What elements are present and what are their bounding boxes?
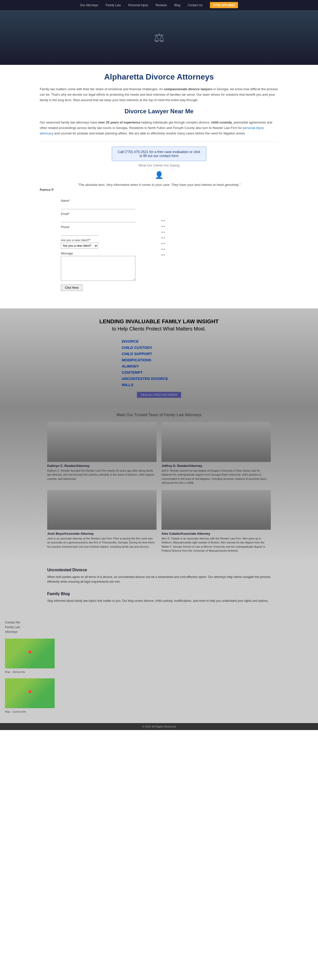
bullet-item-7: • xyxy=(162,253,278,257)
team-bio-josh: Josh is an associate attorney at the Ree… xyxy=(47,536,156,549)
contact-form: Name* Email* Phone Are you a new client?… xyxy=(61,199,135,291)
map-label-gainesville: Map - Gainesville xyxy=(5,710,313,713)
nav-personal-injury[interactable]: Personal Injury xyxy=(128,3,148,7)
contact-attorneys-label: Attorneys xyxy=(5,630,313,634)
contact-group: Contact the Family Law Attorneys xyxy=(5,621,313,634)
nav-family-law[interactable]: Family Law xyxy=(106,3,121,7)
team-name-jeffrey: Jeffrey D. Reeder/Attorney xyxy=(162,464,271,468)
map-gainesville xyxy=(5,678,55,708)
view-all-practice-areas-button[interactable]: VIEW ALL PRACTICE AREAS xyxy=(137,392,181,398)
map-label-alpharetta: Map - Alpharetta xyxy=(5,670,313,673)
practice-link-uncontested-divorce[interactable]: UNCONTESTED DIVORCE xyxy=(122,377,196,381)
email-row: Email* xyxy=(61,212,135,223)
testimonial-author: Patrice P xyxy=(40,188,278,192)
info-block-title-uncontested: Uncontested Divorce xyxy=(47,568,271,572)
bullet-item-2: • xyxy=(162,224,278,228)
email-label: Email* xyxy=(61,212,135,216)
nav-reviews[interactable]: Reviews xyxy=(156,3,167,7)
info-block-title-blog: Family Blog xyxy=(47,592,271,596)
team-name-josh: Josh Boys/Associate Attorney xyxy=(47,532,156,536)
bullet-item-4: • xyxy=(162,236,278,240)
message-textarea[interactable] xyxy=(61,256,135,281)
page-title: Alpharetta Divorce Attorneys xyxy=(40,72,278,81)
main-content: Alpharetta Divorce Attorneys Family law … xyxy=(35,65,283,309)
team-photo-alex xyxy=(162,490,271,530)
practice-links: DIVORCE CHILD CUSTODY CHILD SUPPORT MODI… xyxy=(122,339,196,387)
info-block-blog: Family Blog Stay informed about family l… xyxy=(47,592,271,603)
bullet-list: • • • • • • • xyxy=(162,219,278,257)
practice-link-contempt[interactable]: CONTEMPT xyxy=(122,370,196,374)
team-photo-josh xyxy=(47,490,156,530)
info-text-blog: Stay informed about family law topics th… xyxy=(47,598,271,603)
new-client-select[interactable]: Are you a new client? Yes No xyxy=(61,243,98,249)
team-card-kathryn: Kathryn C. Reeder/Attorney Kathryn C. Re… xyxy=(47,422,156,485)
team-name-kathryn: Kathryn C. Reeder/Attorney xyxy=(47,464,156,468)
practice-link-alimony[interactable]: ALIMONY xyxy=(122,364,196,368)
map-block-gainesville: Map - Gainesville xyxy=(5,678,313,713)
info-section: Uncontested Divorce When both parties ag… xyxy=(0,563,318,616)
lending-title: LENDING INVALUABLE FAMILY LAW INSIGHT xyxy=(5,318,313,325)
testimonial-text: "The absolute best. Very informative whe… xyxy=(40,183,278,187)
name-label: Name* xyxy=(61,199,135,202)
new-client-row: Are you a new client?* Are you a new cli… xyxy=(61,239,135,249)
lending-section: LENDING INVALUABLE FAMILY LAW INSIGHT to… xyxy=(0,309,318,408)
team-name-alex: Alex Calado/Associate Attorney xyxy=(162,532,271,536)
message-label: Message xyxy=(61,252,135,255)
nav-our-attorneys[interactable]: Our Attorneys xyxy=(80,3,98,7)
sidebar-section: Contact the Family Law Attorneys Map - A… xyxy=(0,616,318,723)
practice-link-wills[interactable]: WILLS xyxy=(122,383,196,387)
phone-input[interactable] xyxy=(61,230,98,235)
hero-icon: ⚖ xyxy=(154,30,164,45)
form-section: Name* Email* Phone Are you a new client?… xyxy=(40,199,278,301)
team-bio-alex: Alex R. Calado is an associate attorney … xyxy=(162,536,271,553)
footer: © 2024 All Rights Reserved xyxy=(0,723,318,730)
cta-call-button[interactable]: Call (770) 475-2521 for a free case eval… xyxy=(112,146,206,161)
contact-the-label: Contact the xyxy=(5,621,313,624)
navigation: Our Attorneys Family Law Personal Injury… xyxy=(0,0,318,10)
phone-row: Phone xyxy=(61,225,135,235)
team-section-title: Meet Our Trusted Team of Family Law Atto… xyxy=(5,413,313,417)
team-card-josh: Josh Boys/Associate Attorney Josh is an … xyxy=(47,490,156,553)
intro-paragraph-2: Our seasoned family law attorneys have o… xyxy=(40,120,278,136)
info-block-uncontested: Uncontested Divorce When both parties ag… xyxy=(47,568,271,584)
person-icon: 👤 xyxy=(40,171,278,179)
phone-label: Phone xyxy=(61,225,135,229)
footer-text: © 2024 All Rights Reserved xyxy=(142,725,176,728)
team-bio-jeffrey: Jeff D. Reeder earned his law degree at … xyxy=(162,469,271,485)
practice-link-divorce[interactable]: DIVORCE xyxy=(122,339,196,344)
nav-blog[interactable]: Blog xyxy=(174,3,180,7)
team-bio-kathryn: Kathryn C. Reeder founded the Reeder Law… xyxy=(47,469,156,481)
bullet-item-5: • xyxy=(162,242,278,245)
map-alpharetta xyxy=(5,639,55,668)
map-block-alpharetta: Map - Alpharetta xyxy=(5,639,313,673)
nav-phone[interactable]: (770) 475-2521 xyxy=(210,2,238,8)
submit-button[interactable]: Click Here xyxy=(61,285,83,291)
intro-paragraph-1: Family law matters come with their fair … xyxy=(40,86,278,103)
practice-link-child-support[interactable]: CHILD SUPPORT xyxy=(122,352,196,356)
practice-link-child-custody[interactable]: CHILD CUSTODY xyxy=(122,345,196,350)
new-client-label: Are you a new client?* xyxy=(61,239,135,242)
email-input[interactable] xyxy=(61,216,135,223)
clients-saying-label: What Our Clients Are Saying xyxy=(40,164,278,167)
team-photo-kathryn xyxy=(47,422,156,462)
hero-banner: ⚖ xyxy=(0,10,318,65)
section-title-divorce-lawyer: Divorce Lawyer Near Me xyxy=(40,108,278,115)
name-input[interactable] xyxy=(61,203,135,209)
lending-subtitle: to Help Clients Protect What Matters Mos… xyxy=(5,326,313,332)
team-photo-jeffrey xyxy=(162,422,271,462)
practice-link-modifications[interactable]: MODIFICATIONS xyxy=(122,358,196,362)
bullet-item-3: • xyxy=(162,230,278,234)
contact-family-law-label: Family Law xyxy=(5,625,313,629)
bullet-item-1: • xyxy=(162,219,278,223)
info-text-uncontested: When both parties agree on all terms of … xyxy=(47,575,271,584)
bullet-item-6: • xyxy=(162,248,278,251)
right-bullet-list: • • • • • • • xyxy=(162,199,278,301)
team-grid: Kathryn C. Reeder/Attorney Kathryn C. Re… xyxy=(47,422,271,553)
team-card-jeffrey: Jeffrey D. Reeder/Attorney Jeff D. Reede… xyxy=(162,422,271,485)
team-section: Meet Our Trusted Team of Family Law Atto… xyxy=(0,408,318,563)
message-row: Message xyxy=(61,252,135,282)
nav-contact-us[interactable]: Contact Us xyxy=(188,3,202,7)
name-row: Name* xyxy=(61,199,135,209)
team-card-alex: Alex Calado/Associate Attorney Alex R. C… xyxy=(162,490,271,553)
